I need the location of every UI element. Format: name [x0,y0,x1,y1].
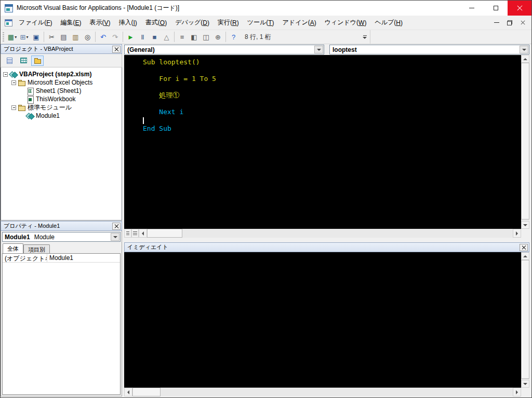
menu-item[interactable]: デバッグ(D) [171,16,214,30]
dropdown-arrow-button[interactable] [111,233,119,241]
tree-item[interactable]: Microsoft Excel Objects [1,78,122,87]
menu-item[interactable]: ファイル(F) [15,16,56,30]
properties-window-button[interactable]: ◧ [188,31,200,43]
design-mode-button[interactable]: △ [161,31,172,43]
find-button[interactable]: ◎ [82,31,94,43]
property-value[interactable]: Module1 [47,254,120,262]
code-line[interactable]: Next i [143,108,521,116]
properties-close-button[interactable] [112,223,121,230]
mdi-restore-button[interactable] [504,18,515,28]
app-icon [5,4,13,12]
scroll-up-button[interactable] [521,252,529,260]
tree-item[interactable]: ThisWorkbook [1,95,122,103]
maximize-button[interactable] [484,1,508,16]
menu-item[interactable]: 表示(V) [85,16,114,30]
scrollbar-thumb[interactable] [132,388,161,396]
window-splitter[interactable] [124,238,529,242]
cut-button[interactable]: ✂ [46,31,58,43]
copy-button[interactable]: ▤ [58,31,70,43]
scrollbar-thumb[interactable] [147,229,182,238]
scroll-right-button[interactable] [513,229,521,238]
collapse-expander[interactable] [11,80,16,85]
menu-item[interactable]: ツール(T) [243,16,278,30]
view-object-button[interactable] [17,56,30,66]
run-sub-button[interactable]: ► [125,31,137,43]
code-line[interactable] [143,66,521,75]
view-code-button[interactable] [3,56,16,66]
scrollbar-thumb[interactable] [521,260,529,379]
immediate-close-button[interactable] [520,244,528,251]
close-button[interactable] [508,1,531,16]
toolbar-options-button[interactable] [361,35,368,39]
menu-item[interactable]: 編集(E) [56,16,85,30]
scroll-down-button[interactable] [521,380,529,388]
collapse-expander[interactable] [11,105,16,110]
code-line[interactable]: For i = 1 To 5 [143,75,521,83]
scroll-left-button[interactable] [139,229,147,238]
toolbar-grip[interactable] [3,32,4,42]
dropdown-arrow-button[interactable] [314,46,323,53]
object-browser-button[interactable]: ◫ [200,31,212,43]
tree-item[interactable]: Sheet1 (Sheet1) [1,87,122,95]
toolbox-button[interactable]: ⊕ [212,31,224,43]
procedure-dropdown[interactable]: looptest [329,45,529,54]
folder-icon [34,59,41,64]
minimize-button[interactable] [460,1,484,16]
properties-header: プロパティ - Module1 [1,221,122,231]
full-module-view-button[interactable] [131,229,139,238]
menu-item[interactable]: 挿入(I) [115,16,141,30]
view-microsoft-excel-button[interactable]: ▦▾ [6,31,18,43]
code-window-icon[interactable] [5,19,12,26]
object-selector-dropdown[interactable]: Module1 Module [2,232,121,242]
code-line[interactable]: 処理① [143,91,521,100]
menu-item[interactable]: 実行(R) [214,16,243,30]
scrollbar-track[interactable] [521,63,529,221]
code-line[interactable]: Sub looptest() [143,58,521,66]
mdi-close-button[interactable] [517,18,528,28]
code-editor[interactable]: Sub looptest() For i = 1 To 5 処理① Next i… [124,55,521,229]
undo-button[interactable]: ↶ [97,31,109,43]
menu-item[interactable]: 書式(O) [141,16,171,30]
scrollbar-track[interactable] [147,229,513,238]
project-explorer-button[interactable]: ≡ [176,31,188,43]
scroll-up-button[interactable] [521,55,529,63]
code-line[interactable] [143,100,521,108]
dropdown-arrow-button[interactable] [520,46,528,53]
tab-項目別[interactable]: 項目別 [23,244,50,253]
toggle-folders-button[interactable] [31,56,44,66]
paste-button[interactable]: ▥ [70,31,82,43]
code-line[interactable] [143,116,521,125]
save-button[interactable]: ▣ [30,31,42,43]
properties-window-icon: ◧ [191,34,197,40]
selected-object-type: Module [34,234,55,241]
code-line[interactable]: End Sub [143,125,521,133]
break-button[interactable]: Ⅱ [137,31,149,43]
scrollbar-thumb[interactable] [521,63,529,219]
procedure-view-button[interactable] [124,229,131,238]
menu-item[interactable]: ウィンドウ(W) [321,16,371,30]
tree-item[interactable]: Module1 [1,112,122,120]
scroll-down-button[interactable] [521,221,529,229]
scrollbar-track[interactable] [521,260,529,380]
tree-item[interactable]: 標準モジュール [1,103,122,112]
property-row[interactable]: (オブジェクト名)Module1 [3,254,120,263]
menu-item[interactable]: アドイン(A) [278,16,321,30]
mdi-minimize-button[interactable] [491,18,502,28]
redo-button[interactable]: ↷ [109,31,121,43]
object-dropdown[interactable]: (General) [124,45,324,54]
help-button[interactable]: ? [228,31,240,43]
tab-全体[interactable]: 全体 [3,243,23,253]
tree-item[interactable]: VBAProject (step2.xlsm) [1,70,122,78]
scrollbar-track[interactable] [132,388,513,396]
code-line[interactable] [143,83,521,91]
chevron-down-icon [113,236,117,238]
insert-userform-button[interactable]: ⊞▾ [18,31,30,43]
reset-button[interactable]: ■ [149,31,161,43]
project-explorer-close-button[interactable] [112,46,121,53]
scroll-right-button[interactable] [513,388,521,396]
scroll-left-button[interactable] [124,388,132,396]
menu-item[interactable]: ヘルプ(H) [370,16,407,30]
immediate-header: イミディエイト [124,242,529,252]
collapse-expander[interactable] [3,72,8,77]
immediate-editor[interactable] [124,252,521,388]
